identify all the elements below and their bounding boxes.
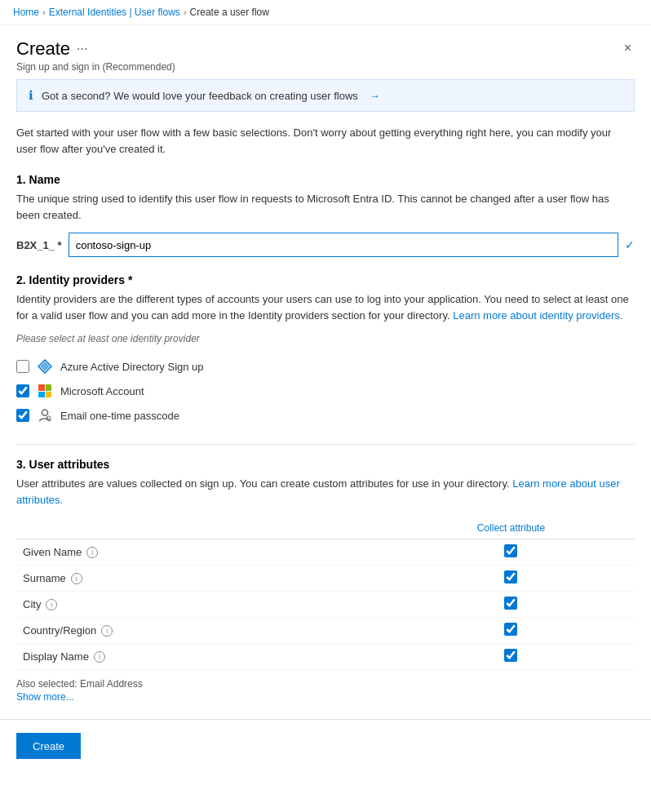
also-selected: Also selected: Email Address — [16, 678, 635, 690]
given-name-info-icon[interactable]: i — [86, 547, 98, 558]
attr-row-city: City i — [16, 592, 635, 618]
breadcrumb: Home › External Identities | User flows … — [0, 0, 651, 25]
provider-ms-account-checkbox[interactable] — [16, 384, 29, 397]
name-prefix: B2X_1_ * — [16, 239, 62, 251]
info-banner: ℹ Got a second? We would love your feedb… — [16, 79, 635, 112]
attr-row-given-name: Given Name i — [16, 539, 635, 566]
person-icon: * — [38, 408, 52, 423]
attr-row-display-name: Display Name i — [16, 644, 635, 670]
provider-email-otp-checkbox[interactable] — [16, 409, 29, 422]
section-1-desc: The unique string used to identify this … — [16, 191, 635, 223]
breadcrumb-home[interactable]: Home — [13, 7, 39, 18]
attr-given-name: Given Name i — [23, 546, 381, 558]
breadcrumb-sep-2: › — [184, 7, 187, 17]
svg-text:*: * — [46, 417, 48, 421]
provider-azure-ad: Azure Active Directory Sign up — [16, 354, 635, 379]
attr-city-label: City — [23, 598, 41, 610]
provider-azure-ad-checkbox[interactable] — [16, 360, 29, 373]
attr-given-name-checkbox[interactable] — [504, 544, 517, 557]
attr-surname: Surname i — [23, 572, 381, 584]
create-button[interactable]: Create — [16, 733, 81, 759]
section-2-title: 2. Identity providers * — [16, 273, 635, 286]
more-options-button[interactable]: ··· — [77, 42, 87, 56]
section-user-attributes: 3. User attributes User attributes are v… — [16, 458, 635, 703]
surname-info-icon[interactable]: i — [71, 573, 82, 584]
attr-surname-checkbox[interactable] — [504, 570, 517, 583]
banner-text: Got a second? We would love your feedbac… — [42, 90, 358, 102]
azure-icon — [38, 359, 52, 374]
title-text: Create — [16, 38, 70, 60]
attr-row-surname: Surname i — [16, 566, 635, 592]
section-3-title: 3. User attributes — [16, 458, 635, 471]
attr-surname-label: Surname — [23, 572, 66, 584]
attributes-table: Collect attribute Given Name i — [16, 517, 635, 670]
attr-country-region: Country/Region i — [23, 624, 381, 637]
panel-subtitle: Sign up and sign in (Recommended) — [16, 61, 175, 73]
attr-display-name: Display Name i — [23, 650, 381, 663]
close-button[interactable]: × — [621, 38, 635, 58]
attr-given-name-label: Given Name — [23, 546, 82, 558]
attr-col-collect-header: Collect attribute — [388, 517, 635, 539]
section-3-desc-text: User attributes are values collected on … — [16, 477, 512, 490]
section-name: 1. Name The unique string used to identi… — [16, 173, 635, 257]
section-2-desc: Identity providers are the different typ… — [16, 291, 635, 323]
attr-country-region-label: Country/Region — [23, 624, 96, 637]
breadcrumb-external[interactable]: External Identities | User flows — [49, 7, 180, 18]
section-1-title: 1. Name — [16, 173, 635, 186]
attr-display-name-checkbox[interactable] — [504, 649, 517, 662]
attr-city-checkbox[interactable] — [504, 597, 517, 610]
info-icon: ℹ — [29, 88, 33, 103]
name-field-row: B2X_1_ * ✓ — [16, 233, 635, 257]
name-input[interactable] — [69, 233, 618, 257]
banner-link[interactable]: → — [370, 90, 380, 102]
attr-col-name-header — [16, 517, 388, 539]
input-check-icon: ✓ — [625, 238, 635, 251]
provider-warning: Please select at least one identity prov… — [16, 333, 635, 344]
main-content: Get started with your user flow with a f… — [0, 125, 651, 703]
section-divider — [16, 444, 635, 445]
intro-text: Get started with your user flow with a f… — [16, 125, 635, 157]
provider-azure-ad-label[interactable]: Azure Active Directory Sign up — [60, 361, 204, 373]
breadcrumb-sep-1: › — [42, 7, 46, 17]
provider-email-otp: * Email one-time passcode — [16, 403, 635, 428]
identity-providers-link[interactable]: Learn more about identity providers. — [453, 309, 622, 322]
display-name-info-icon[interactable]: i — [94, 651, 105, 663]
panel-title: Create ··· — [16, 38, 175, 60]
attr-city: City i — [23, 598, 381, 610]
provider-email-otp-label[interactable]: Email one-time passcode — [60, 410, 179, 422]
city-info-icon[interactable]: i — [46, 599, 57, 610]
attr-country-region-checkbox[interactable] — [504, 623, 517, 636]
panel-header: Create ··· Sign up and sign in (Recommen… — [0, 25, 651, 79]
panel-title-area: Create ··· Sign up and sign in (Recommen… — [16, 38, 175, 73]
svg-point-2 — [42, 410, 47, 415]
section-identity-providers: 2. Identity providers * Identity provide… — [16, 273, 635, 428]
country-region-info-icon[interactable]: i — [101, 625, 113, 637]
microsoft-icon — [38, 384, 52, 398]
section-3-desc: User attributes are values collected on … — [16, 476, 635, 508]
footer: Create — [0, 719, 651, 772]
provider-ms-account-label[interactable]: Microsoft Account — [60, 385, 144, 397]
attr-display-name-label: Display Name — [23, 650, 89, 663]
show-more-link[interactable]: Show more... — [16, 691, 635, 703]
provider-microsoft-account: Microsoft Account — [16, 379, 635, 403]
attr-row-country-region: Country/Region i — [16, 618, 635, 644]
breadcrumb-current: Create a user flow — [190, 7, 269, 18]
